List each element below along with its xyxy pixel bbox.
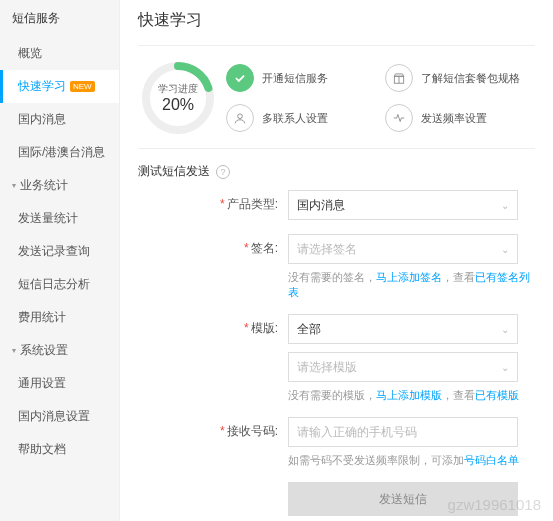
template-hint: 没有需要的模版，马上添加模版，查看已有模版 bbox=[288, 388, 535, 403]
chevron-down-icon: ⌄ bbox=[501, 324, 509, 335]
signature-select[interactable]: 请选择签名 ⌄ bbox=[288, 234, 518, 264]
page-title: 快速学习 bbox=[138, 10, 535, 37]
whitelist-link[interactable]: 号码白名单 bbox=[464, 454, 519, 466]
test-form: *产品类型: 国内消息 ⌄ *签名: 请选择签名 ⌄ 没有 bbox=[138, 190, 535, 521]
sidebar-item-send-stats[interactable]: 发送量统计 bbox=[0, 202, 119, 235]
progress-percent: 20% bbox=[162, 96, 194, 114]
step-contacts[interactable]: 多联系人设置 bbox=[226, 100, 377, 136]
step-activate[interactable]: 开通短信服务 bbox=[226, 60, 377, 96]
svg-point-4 bbox=[238, 114, 243, 119]
progress-ring: 学习进度 20% bbox=[138, 58, 218, 138]
phone-input[interactable] bbox=[288, 417, 518, 447]
product-type-label: *产品类型: bbox=[218, 190, 288, 213]
user-icon bbox=[226, 104, 254, 132]
chevron-down-icon: ⌄ bbox=[501, 244, 509, 255]
sidebar-item-cost-stats[interactable]: 费用统计 bbox=[0, 301, 119, 334]
section-title: 测试短信发送 ? bbox=[138, 163, 535, 180]
check-icon bbox=[226, 64, 254, 92]
send-button[interactable]: 发送短信 bbox=[288, 482, 518, 516]
template-label: *模版: bbox=[218, 314, 288, 337]
sidebar-item-overview[interactable]: 概览 bbox=[0, 37, 119, 70]
template-list-link[interactable]: 已有模版 bbox=[475, 389, 519, 401]
sidebar-item-general-settings[interactable]: 通用设置 bbox=[0, 367, 119, 400]
sidebar-group-stats[interactable]: 业务统计 bbox=[0, 169, 119, 202]
sidebar-item-domestic-settings[interactable]: 国内消息设置 bbox=[0, 400, 119, 433]
sidebar-item-quickstart[interactable]: 快速学习 NEW bbox=[0, 70, 119, 103]
add-template-link[interactable]: 马上添加模版 bbox=[376, 389, 442, 401]
sidebar-item-log-analysis[interactable]: 短信日志分析 bbox=[0, 268, 119, 301]
chevron-down-icon: ⌄ bbox=[501, 362, 509, 373]
new-badge: NEW bbox=[70, 81, 95, 92]
template-filter-select[interactable]: 全部 ⌄ bbox=[288, 314, 518, 344]
sidebar-group-settings[interactable]: 系统设置 bbox=[0, 334, 119, 367]
sidebar-item-send-records[interactable]: 发送记录查询 bbox=[0, 235, 119, 268]
phone-hint: 如需号码不受发送频率限制，可添加号码白名单 bbox=[288, 453, 535, 468]
sidebar-item-help[interactable]: 帮助文档 bbox=[0, 433, 119, 466]
add-signature-link[interactable]: 马上添加签名 bbox=[376, 271, 442, 283]
help-icon[interactable]: ? bbox=[216, 165, 230, 179]
sidebar-item-domestic[interactable]: 国内消息 bbox=[0, 103, 119, 136]
divider bbox=[138, 45, 535, 46]
sidebar-title: 短信服务 bbox=[0, 0, 119, 37]
signature-label: *签名: bbox=[218, 234, 288, 257]
step-package[interactable]: 了解短信套餐包规格 bbox=[385, 60, 536, 96]
chevron-down-icon: ⌄ bbox=[501, 200, 509, 211]
main-content: 快速学习 学习进度 20% 开通短信服务 bbox=[120, 0, 553, 521]
template-select[interactable]: 请选择模版 ⌄ bbox=[288, 352, 518, 382]
sidebar: 短信服务 概览 快速学习 NEW 国内消息 国际/港澳台消息 业务统计 发送量统… bbox=[0, 0, 120, 521]
progress-section: 学习进度 20% 开通短信服务 了解短信套餐包规格 多联系人设置 bbox=[138, 58, 535, 138]
product-type-select[interactable]: 国内消息 ⌄ bbox=[288, 190, 518, 220]
activity-icon bbox=[385, 104, 413, 132]
progress-label: 学习进度 bbox=[158, 82, 198, 96]
signature-hint: 没有需要的签名，马上添加签名，查看已有签名列表 bbox=[288, 270, 535, 300]
step-frequency[interactable]: 发送频率设置 bbox=[385, 100, 536, 136]
sidebar-item-intl[interactable]: 国际/港澳台消息 bbox=[0, 136, 119, 169]
gift-icon bbox=[385, 64, 413, 92]
phone-label: *接收号码: bbox=[218, 417, 288, 440]
divider bbox=[138, 148, 535, 149]
